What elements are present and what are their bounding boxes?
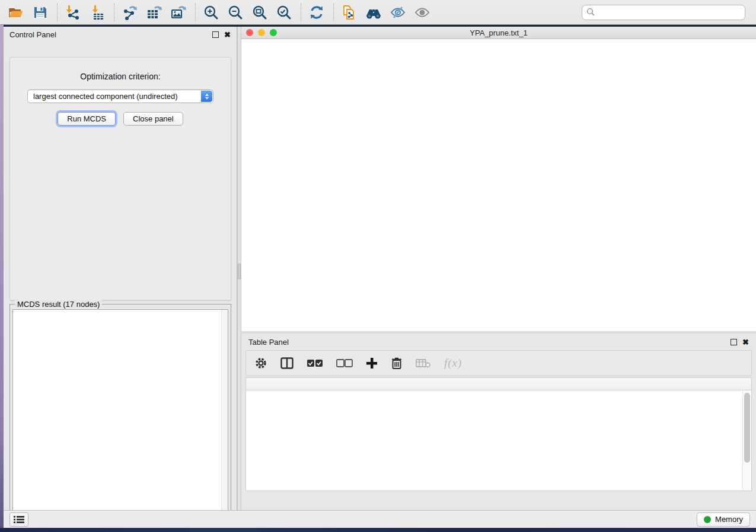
search-input[interactable] [582, 5, 745, 20]
memory-button-label: Memory [715, 515, 743, 524]
result-list-scrollbar[interactable] [221, 310, 228, 520]
export-image-icon[interactable] [168, 2, 189, 23]
search-icon [586, 8, 595, 19]
task-list-icon [14, 515, 24, 524]
save-session-icon[interactable] [30, 2, 50, 23]
optimization-criterion-label: Optimization criterion: [10, 72, 231, 81]
main-toolbar [0, 0, 756, 25]
close-table-panel-icon[interactable]: ✖ [742, 339, 749, 345]
clone-network-icon[interactable] [339, 2, 359, 23]
mcds-tab-content: Optimization criterion: largest connecte… [9, 57, 231, 300]
zoom-out-icon[interactable] [225, 2, 245, 23]
criterion-selected-value: largest connected component (undirected) [33, 92, 178, 101]
network-window-title: YPA_prune.txt_1 [241, 28, 756, 37]
close-panel-button[interactable]: Close panel [123, 112, 183, 126]
mcds-result-group: MCDS result (17 nodes) [9, 304, 231, 523]
network-canvas[interactable] [241, 39, 756, 331]
splitter-grip[interactable] [238, 264, 241, 279]
mcds-result-title: MCDS result (17 nodes) [15, 300, 102, 309]
app-window: Control Panel ✖ Optimization criterion: … [0, 0, 756, 532]
show-all-eye-icon[interactable] [412, 2, 432, 23]
open-file-icon[interactable] [6, 2, 26, 23]
hide-selected-eye-icon[interactable] [388, 2, 408, 23]
vertical-splitter[interactable] [237, 27, 241, 510]
table-panel-tabs [241, 351, 756, 507]
control-panel: Control Panel ✖ Optimization criterion: … [4, 27, 237, 510]
run-mcds-button[interactable]: Run MCDS [58, 112, 116, 126]
export-table-icon[interactable] [144, 2, 164, 23]
apply-layout-icon[interactable] [307, 2, 327, 23]
memory-button[interactable]: Memory [697, 512, 750, 527]
table-panel-title: Table Panel [248, 338, 731, 347]
memory-status-dot-icon [704, 516, 711, 523]
search-network-icon[interactable] [363, 2, 384, 23]
toolbar-separator [57, 4, 58, 21]
criterion-select[interactable]: largest connected component (undirected) [27, 89, 213, 103]
toolbar-separator [195, 4, 196, 21]
close-panel-icon[interactable]: ✖ [224, 31, 231, 38]
zoom-fit-icon[interactable] [250, 2, 270, 23]
zoom-selected-icon[interactable] [274, 2, 294, 23]
float-panel-icon[interactable] [212, 31, 219, 38]
network-view-window: YPA_prune.txt_1 [241, 27, 756, 331]
toolbar-separator [301, 4, 301, 21]
network-window-titlebar: YPA_prune.txt_1 [241, 27, 756, 39]
export-network-icon[interactable] [120, 2, 140, 23]
float-table-panel-icon[interactable] [731, 339, 737, 345]
control-panel-title: Control Panel [9, 30, 212, 39]
status-bar: Memory [4, 510, 756, 528]
zoom-in-icon[interactable] [201, 2, 221, 23]
toolbar-search [582, 5, 745, 20]
import-network-icon[interactable] [63, 2, 83, 23]
toolbar-separator [333, 4, 334, 21]
task-history-button[interactable] [9, 512, 28, 527]
table-panel-header: Table Panel ✖ [241, 335, 756, 349]
import-table-icon[interactable] [87, 2, 107, 23]
mcds-result-list[interactable] [12, 309, 228, 520]
select-stepper-icon [201, 91, 212, 102]
desktop-background-bottom [0, 528, 756, 532]
table-panel: Table Panel ✖ [241, 334, 756, 510]
control-panel-header: Control Panel ✖ [4, 27, 237, 42]
toolbar-separator [114, 4, 114, 21]
